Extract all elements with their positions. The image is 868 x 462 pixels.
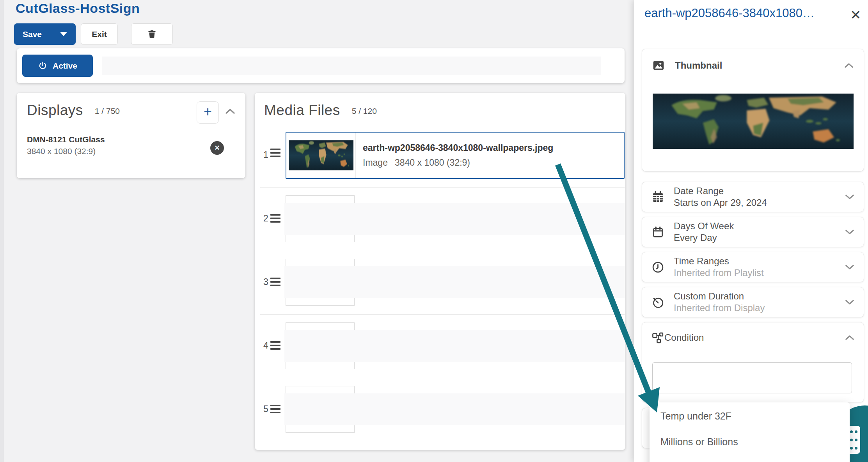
row-divider xyxy=(260,378,625,378)
drag-handle-icon[interactable] xyxy=(270,341,280,352)
days-of-week-value: Every Day xyxy=(674,232,734,244)
power-icon xyxy=(38,61,48,71)
days-of-week-section[interactable]: Days Of Week Every Day xyxy=(642,217,864,247)
chevron-up-icon xyxy=(225,108,235,114)
media-title: Media Files xyxy=(264,102,340,119)
time-ranges-title: Time Ranges xyxy=(674,255,764,267)
status-bar: Active xyxy=(17,48,625,83)
date-range-value: Starts on Apr 29, 2024 xyxy=(674,197,767,209)
timer-icon xyxy=(651,296,664,309)
media-type: Image xyxy=(363,158,388,168)
custom-duration-value: Inherited from Display xyxy=(674,302,765,314)
chevron-up-icon xyxy=(845,335,854,340)
condition-input[interactable] xyxy=(652,362,852,393)
collapse-displays-button[interactable] xyxy=(225,108,235,114)
time-ranges-value: Inherited from Playlist xyxy=(674,267,764,279)
save-button[interactable]: Save xyxy=(14,23,76,45)
thumbnail-label: Thumbnail xyxy=(675,60,722,71)
condition-section: Condition xyxy=(642,322,864,402)
chevron-up-icon xyxy=(844,63,854,68)
chevron-down-icon xyxy=(845,194,854,200)
drag-handle-icon[interactable] xyxy=(270,405,280,415)
status-skeleton xyxy=(102,57,601,75)
drag-handle-icon[interactable] xyxy=(270,214,280,225)
row-divider xyxy=(260,187,625,188)
chevron-down-icon xyxy=(845,229,854,235)
clock-icon xyxy=(651,261,664,274)
chevron-down-icon xyxy=(845,264,854,270)
display-resolution: 3840 x 1080 (32:9) xyxy=(27,147,96,156)
date-range-title: Date Range xyxy=(674,185,767,197)
displays-title: Displays xyxy=(27,102,83,119)
days-of-week-title: Days Of Week xyxy=(674,220,734,232)
page-title: CutGlass-HostSign xyxy=(16,1,140,16)
close-panel-button[interactable]: ✕ xyxy=(848,8,864,22)
date-range-section[interactable]: Starts on Apr 29, 2024 Date Range Starts… xyxy=(642,182,864,212)
loading-skeleton xyxy=(284,393,625,425)
row-divider xyxy=(260,314,625,315)
media-details-panel: earth-wp2058646-3840x1080… ✕ Thumbnail S… xyxy=(634,0,868,462)
remove-display-button[interactable]: ✕ xyxy=(210,141,224,155)
exit-button[interactable]: Exit xyxy=(81,23,118,45)
displays-panel: Displays 1 / 750 + DMN-8121 CutGlass 384… xyxy=(17,93,245,178)
dropdown-option-millions[interactable]: Millions or Billions xyxy=(650,429,850,455)
loading-skeleton xyxy=(284,203,625,235)
condition-dropdown: Temp under 32F Millions or Billions xyxy=(650,402,850,462)
media-row-number: 2 xyxy=(263,213,268,224)
media-header: Media Files 5 / 120 xyxy=(264,102,377,119)
thumbnail-section-header[interactable]: Thumbnail xyxy=(642,49,864,82)
loading-skeleton xyxy=(284,266,625,298)
calendar-icon xyxy=(651,226,664,239)
condition-section-header[interactable]: Condition xyxy=(642,322,864,353)
active-label: Active xyxy=(53,61,77,71)
displays-header: Displays 1 / 750 xyxy=(27,102,120,119)
media-thumbnail-cell xyxy=(286,133,356,178)
media-row-number: 1 xyxy=(263,150,268,160)
active-toggle-button[interactable]: Active xyxy=(22,55,93,77)
calendar-grid-icon xyxy=(651,191,664,204)
media-meta: Image3840 x 1080 (32:9) xyxy=(363,158,553,168)
chevron-down-icon xyxy=(845,299,854,305)
time-ranges-section[interactable]: Time Ranges Inherited from Playlist xyxy=(642,252,864,282)
earth-thumbnail-image xyxy=(289,140,353,170)
media-count: 5 / 120 xyxy=(352,106,377,119)
window-edge-strip xyxy=(0,0,4,462)
drag-handle-icon[interactable] xyxy=(270,278,280,288)
drag-handle-icon[interactable] xyxy=(270,149,280,159)
row-divider xyxy=(260,251,625,251)
save-label: Save xyxy=(23,30,42,39)
media-filename: earth-wp2058646-3840x1080-wallpapers.jpe… xyxy=(363,143,553,153)
media-row-number: 3 xyxy=(263,277,268,287)
displays-count: 1 / 750 xyxy=(95,106,120,119)
media-row-selected[interactable]: earth-wp2058646-3840x1080-wallpapers.jpe… xyxy=(286,132,625,179)
custom-duration-title: Custom Duration xyxy=(674,290,765,302)
delete-button[interactable] xyxy=(131,23,173,45)
thumbnail-section: Thumbnail xyxy=(642,49,864,172)
playlist-editor-page: CutGlass-HostSign Save Exit Active Displ… xyxy=(0,0,868,462)
exit-label: Exit xyxy=(92,30,107,39)
custom-duration-section[interactable]: Custom Duration Inherited from Display xyxy=(642,287,864,317)
condition-title: Condition xyxy=(664,332,704,343)
display-name: DMN-8121 CutGlass xyxy=(27,135,105,144)
trash-icon xyxy=(147,29,157,39)
add-display-button[interactable]: + xyxy=(197,101,219,124)
loading-skeleton xyxy=(284,330,625,362)
media-row-number: 5 xyxy=(263,404,268,414)
media-dimensions: 3840 x 1080 (32:9) xyxy=(395,158,470,168)
media-files-panel: Media Files 5 / 120 1 earth-wp2058646-38… xyxy=(255,93,625,450)
image-icon xyxy=(652,59,665,72)
media-row-number: 4 xyxy=(263,340,268,351)
caret-down-icon xyxy=(60,32,67,36)
condition-icon xyxy=(651,331,664,344)
dropdown-option-temp[interactable]: Temp under 32F xyxy=(650,403,850,429)
thumbnail-preview xyxy=(642,94,864,149)
details-title: earth-wp2058646-3840x1080… xyxy=(644,6,815,20)
